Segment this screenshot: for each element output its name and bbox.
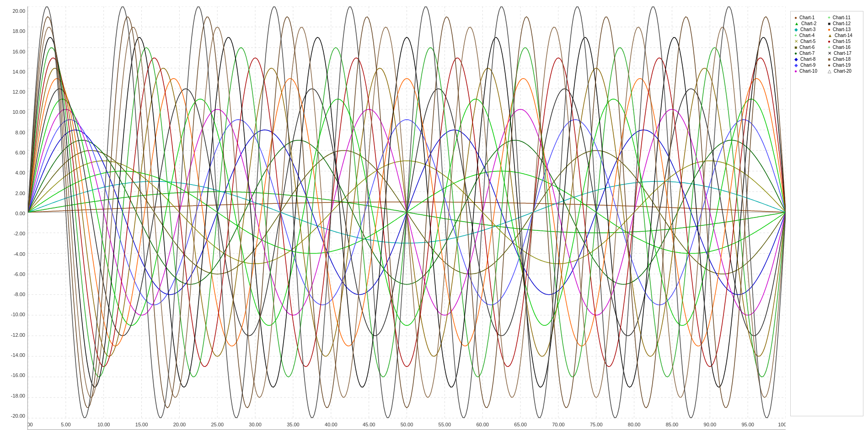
y-axis-label: -16.00	[2, 373, 25, 378]
x-axis-label: 20.00	[173, 422, 186, 427]
x-axis-label: 95.00	[741, 422, 754, 427]
x-axis-label: 75.00	[590, 422, 603, 427]
legend-label-chart-19: Chart-19	[833, 63, 851, 68]
x-axis-label: 15.00	[135, 422, 148, 427]
x-axis-label: 30.00	[249, 422, 262, 427]
legend-item-chart-9: ◆Chart-9	[794, 63, 826, 68]
legend-label-chart-13: Chart-13	[833, 27, 851, 32]
legend: ●Chart-1+Chart-11▲Chart-2■Chart-12◆Chart…	[790, 11, 863, 416]
legend-item-chart-18: ■Chart-18	[828, 57, 859, 62]
legend-item-chart-2: ▲Chart-2	[794, 21, 826, 26]
chart-line-20	[28, 7, 786, 418]
legend-label-chart-17: Chart-17	[834, 51, 852, 56]
legend-item-chart-4: +Chart-4	[794, 33, 826, 38]
legend-label-chart-18: Chart-18	[833, 57, 851, 62]
x-axis-label: 100.00	[778, 422, 786, 427]
x-axis-label: 25.00	[211, 422, 224, 427]
y-axis-label: -2.00	[2, 231, 25, 236]
legend-item-chart-11: +Chart-11	[828, 15, 859, 20]
legend-item-chart-5: ✕Chart-5	[794, 39, 826, 44]
legend-item-chart-8: ◆Chart-8	[794, 57, 826, 62]
chart-area: 20.0018.0016.0014.0012.0010.008.006.004.…	[0, 6, 868, 430]
legend-label-chart-20: Chart-20	[834, 69, 852, 74]
x-axis-label: 55.00	[439, 422, 451, 427]
legend-label-chart-7: Chart-7	[799, 51, 814, 56]
y-axis-label: -10.00	[2, 312, 25, 317]
y-axis-label: 14.00	[2, 69, 25, 74]
y-axis-label: -6.00	[2, 272, 25, 277]
x-axis-label: 65.00	[514, 422, 527, 427]
chart-svg: 0.005.0010.0015.0020.0025.0030.0035.0040…	[28, 6, 786, 430]
legend-label-chart-9: Chart-9	[800, 63, 815, 68]
y-axis-label: 18.00	[2, 29, 25, 34]
legend-label-chart-2: Chart-2	[801, 21, 816, 26]
legend-label-chart-10: Chart-10	[799, 69, 817, 74]
legend-label-chart-11: Chart-11	[833, 15, 851, 20]
y-axis: 20.0018.0016.0014.0012.0010.008.006.004.…	[0, 6, 27, 430]
x-axis-label: 90.00	[704, 422, 717, 427]
y-axis-label: 0.00	[2, 211, 25, 216]
y-axis-label: 4.00	[2, 170, 25, 175]
legend-label-chart-14: Chart-14	[835, 33, 852, 38]
x-axis-label: 0.00	[28, 422, 33, 427]
legend-label-chart-6: Chart-6	[799, 45, 814, 50]
y-axis-label: -14.00	[2, 353, 25, 358]
legend-label-chart-8: Chart-8	[800, 57, 815, 62]
legend-label-chart-1: Chart-1	[799, 15, 814, 20]
y-axis-label: 16.00	[2, 49, 25, 54]
legend-item-chart-19: ●Chart-19	[828, 63, 859, 68]
legend-item-chart-12: ■Chart-12	[828, 21, 859, 26]
legend-item-chart-15: ●Chart-15	[828, 39, 859, 44]
legend-item-chart-13: ●Chart-13	[828, 27, 859, 32]
y-axis-label: -20.00	[2, 414, 25, 419]
y-axis-label: 10.00	[2, 110, 25, 115]
legend-label-chart-15: Chart-15	[833, 39, 851, 44]
y-axis-label: 12.00	[2, 90, 25, 95]
x-axis-label: 60.00	[476, 422, 489, 427]
legend-item-chart-17: ✕Chart-17	[828, 51, 859, 56]
y-axis-label: -18.00	[2, 393, 25, 398]
x-axis-label: 5.00	[61, 422, 70, 427]
y-axis-label: -8.00	[2, 292, 25, 297]
legend-label-chart-3: Chart-3	[800, 27, 815, 32]
legend-label-chart-16: Chart-16	[833, 45, 851, 50]
legend-item-chart-6: ■Chart-6	[794, 45, 826, 50]
legend-item-chart-10: ●Chart-10	[794, 69, 826, 74]
x-axis-label: 85.00	[666, 422, 679, 427]
chart-container: 20.0018.0016.0014.0012.0010.008.006.004.…	[0, 0, 868, 430]
x-axis-label: 10.00	[97, 422, 110, 427]
x-axis-label: 70.00	[552, 422, 565, 427]
y-axis-label: 6.00	[2, 150, 25, 155]
legend-item-chart-1: ●Chart-1	[794, 15, 826, 20]
legend-item-chart-16: +Chart-16	[828, 45, 859, 50]
plot-area: 0.005.0010.0015.0020.0025.0030.0035.0040…	[27, 6, 786, 430]
legend-item-chart-7: ●Chart-7	[794, 51, 826, 56]
legend-label-chart-5: Chart-5	[800, 39, 815, 44]
x-axis-label: 40.00	[325, 422, 338, 427]
y-axis-label: 8.00	[2, 130, 25, 135]
legend-item-chart-3: ◆Chart-3	[794, 27, 826, 32]
x-axis-label: 80.00	[628, 422, 641, 427]
y-axis-label: 20.00	[2, 9, 25, 14]
plot-and-legend: 0.005.0010.0015.0020.0025.0030.0035.0040…	[27, 6, 868, 430]
x-axis-label: 50.00	[401, 422, 413, 427]
legend-label-chart-12: Chart-12	[833, 21, 851, 26]
legend-item-chart-20: △Chart-20	[828, 69, 859, 74]
x-axis-label: 45.00	[363, 422, 375, 427]
y-axis-label: -12.00	[2, 333, 25, 338]
legend-label-chart-4: Chart-4	[799, 33, 814, 38]
x-axis-label: 35.00	[287, 422, 300, 427]
legend-item-chart-14: ▲Chart-14	[828, 33, 859, 38]
y-axis-label: -4.00	[2, 252, 25, 257]
y-axis-label: 2.00	[2, 191, 25, 196]
